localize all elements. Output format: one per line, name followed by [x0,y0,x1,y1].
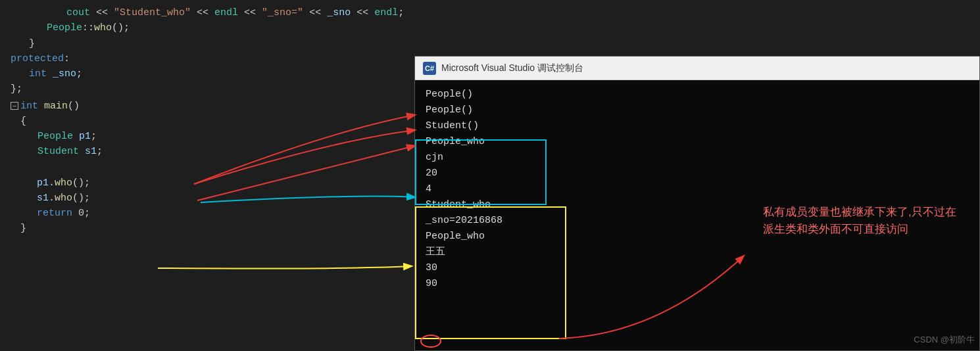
console-line-12: 30 [426,260,969,276]
console-title: Microsoft Visual Studio 调试控制台 [441,62,583,74]
code-line-10: Student s1 ; [11,144,428,159]
console-line-1: People() [426,87,969,103]
ellipse-90-annotation [420,335,441,348]
console-line-6: 20 [426,166,969,181]
code-content: cout << "Student_who" << endl << "_sno="… [4,0,434,242]
annotation-text: 私有成员变量也被继承下来了,只不过在派生类和类外面不可直接访问 [763,204,967,237]
console-line-2: People() [426,103,969,118]
console-line-11: 王五 [426,245,969,260]
code-panel: cout << "Student_who" << endl << "_sno="… [0,0,434,351]
code-line-12: p1 . who (); [11,176,428,191]
code-line-11 [11,160,428,176]
code-line-6: }; [11,82,428,97]
code-line-5: int _sno ; [11,66,428,82]
console-line-3: Student() [426,118,969,134]
code-line-13: s1 . who (); [11,191,428,206]
code-line-4: protected : [11,51,428,66]
console-line-4: People_who [426,134,969,150]
console-line-5: cjn [426,150,969,166]
code-line-7: − int main () [11,99,428,114]
code-line-8: { [11,114,428,129]
code-line-3: } [11,36,428,51]
code-line-14: return 0; [11,206,428,221]
console-line-7: 4 [426,181,969,197]
watermark: CSDN @初阶牛 [914,334,975,346]
code-line-1: cout << "Student_who" << endl << "_sno="… [11,5,428,20]
console-line-13: 90 [426,276,969,292]
code-line-2: People :: who (); [11,20,428,35]
vs-icon: C# [423,62,436,75]
collapse-icon[interactable]: − [11,102,18,110]
code-line-9: People p1 ; [11,129,428,144]
console-titlebar: C# Microsoft Visual Studio 调试控制台 [415,57,979,80]
code-line-15: } [11,221,428,236]
